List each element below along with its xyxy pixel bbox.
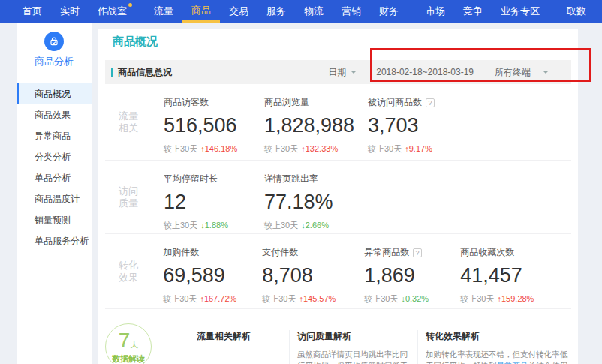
insight-divider (417, 330, 418, 364)
metric-label-text: 商品浏览量 (264, 96, 309, 109)
nav-item-商品[interactable]: 商品 (182, 0, 220, 23)
metric-card: 加购件数69,589较上30天↑167.72% (163, 234, 262, 308)
metric-label: 详情页跳出率 (264, 173, 368, 185)
sidebar-item-商品效果[interactable]: 商品效果 (17, 104, 92, 125)
nav-item-取数[interactable]: 取数 (558, 0, 595, 23)
metric-compare: 较上30天↑146.18% (164, 143, 264, 155)
metric-card: 商品收藏次数41,457较上30天↑159.28% (460, 234, 571, 308)
sidebar-item-销量预测[interactable]: 销量预测 (17, 209, 92, 230)
metric-card: 被访问商品数?3,703较上30天↑9.17% (368, 84, 465, 160)
insight-column: 流量相关解析 (197, 330, 279, 349)
metric-compare: 较上30天↑145.57% (262, 293, 364, 305)
nav-item-财务[interactable]: 财务 (370, 0, 408, 23)
insight-text: 虽然商品详情页日均跳出率比同行平均好，但平均停留时间低于同行平均，请关注页面指数… (297, 349, 411, 364)
delta-up: ↑159.28% (497, 294, 534, 303)
metric-value: 69,589 (163, 264, 262, 287)
date-type-dropdown[interactable]: 日期 (328, 66, 357, 79)
metric-card: 商品浏览量1,828,988较上30天↑132.33% (264, 84, 368, 160)
metric-compare: 较上30天↑159.28% (460, 293, 571, 305)
help-icon[interactable]: ? (426, 98, 435, 107)
metric-group-label: 流量相关 (105, 110, 164, 134)
nav-item-营销[interactable]: 营销 (333, 0, 370, 23)
metric-label-text: 被访问商品数 (368, 96, 422, 109)
metric-group-text: 访问质量 (119, 185, 138, 209)
nav-item-物流[interactable]: 物流 (295, 0, 333, 23)
nav-item-实时[interactable]: 实时 (51, 0, 89, 23)
metric-label-text: 商品访客数 (164, 96, 209, 109)
compare-label: 较上30天 (164, 221, 197, 230)
metric-label-text: 支付件数 (262, 246, 298, 259)
delta-up: ↑132.33% (301, 144, 338, 153)
date-type-label: 日期 (328, 66, 346, 79)
sidebar: 商品分析 商品概况商品效果异常商品分类分析单品分析商品温度计销量预测单品服务分析 (17, 23, 92, 364)
sidebar-item-异常商品[interactable]: 异常商品 (17, 125, 92, 146)
nav-item-学院[interactable]: 学院 (595, 0, 602, 23)
nav-item-作战室[interactable]: 作战室 (89, 0, 136, 23)
nav-item-交易[interactable]: 交易 (220, 0, 257, 23)
data-insight-badge: 7天 数据解读 (105, 323, 152, 364)
shopping-bag-icon (44, 32, 64, 51)
main-panel: 商品概况 商品信息总况 日期 2018-02-18~2018-03-19 所有终… (98, 29, 578, 364)
insight-divider (289, 330, 290, 364)
metric-compare: 较上30天↑132.33% (264, 143, 368, 155)
delta-up: ↑145.57% (299, 294, 336, 303)
delta-up: ↑146.18% (200, 144, 237, 153)
sidebar-item-单品服务分析[interactable]: 单品服务分析 (17, 230, 92, 251)
terminal-label: 所有终端 (495, 66, 531, 79)
metric-label: 商品访客数 (164, 96, 264, 109)
sidebar-item-商品概况[interactable]: 商品概况 (17, 83, 92, 104)
metrics-section: 流量相关商品访客数516,506较上30天↑146.18%商品浏览量1,828,… (105, 84, 571, 308)
metric-value: 3,703 (368, 114, 465, 137)
metric-row: 转化效果加购件数69,589较上30天↑167.72%支付件数8,708较上30… (105, 233, 571, 308)
top-nav: 首页实时作战室流量商品交易服务物流营销财务市场竞争业务专区取数学院 (0, 0, 602, 23)
section-accent-bar (111, 68, 113, 77)
metric-compare: 较上30天↓0.32% (364, 293, 460, 305)
metric-value: 1,869 (364, 264, 460, 287)
insight-link[interactable]: 异常商品 (497, 361, 528, 364)
insights-section: 7天 数据解读 流量相关解析访问质量解析虽然商品详情页日均跳出率比同行平均好，但… (105, 308, 571, 364)
nav-item-市场[interactable]: 市场 (417, 0, 454, 23)
sidebar-menu: 商品概况商品效果异常商品分类分析单品分析商品温度计销量预测单品服务分析 (17, 83, 92, 251)
delta-up: ↑9.17% (405, 144, 432, 153)
nav-item-首页[interactable]: 首页 (14, 0, 51, 23)
chevron-down-icon (351, 71, 357, 77)
metric-value: 8,708 (262, 264, 364, 287)
sidebar-item-单品分析[interactable]: 单品分析 (17, 167, 92, 188)
metric-card: 异常商品数?1,869较上30天↓0.32% (364, 234, 460, 308)
metric-row: 访问质量平均停留时长12较上30天↓1.88%详情页跳出率77.18%较上30天… (105, 160, 571, 233)
badge-days-number: 7 (119, 329, 131, 352)
metric-group-label: 转化效果 (105, 260, 163, 284)
metric-card: 商品访客数516,506较上30天↑146.18% (164, 84, 264, 160)
chevron-down-icon (543, 71, 549, 77)
metric-value: 12 (164, 191, 264, 214)
section-header-bar: 商品信息总况 日期 2018-02-18~2018-03-19 所有终端 (105, 60, 571, 84)
metric-compare: 较上30天↓2.66% (264, 220, 368, 231)
sidebar-item-商品温度计[interactable]: 商品温度计 (17, 188, 92, 209)
nav-item-竞争[interactable]: 竞争 (454, 0, 492, 23)
nav-item-业务专区[interactable]: 业务专区 (492, 0, 549, 23)
compare-label: 较上30天 (368, 144, 402, 153)
help-icon[interactable]: ? (413, 248, 422, 257)
filter-bar: 日期 2018-02-18~2018-03-19 所有终端 (328, 66, 549, 79)
insight-column: 访问质量解析虽然商品详情页日均跳出率比同行平均好，但平均停留时间低于同行平均，请… (297, 330, 411, 364)
metric-label: 支付件数 (262, 246, 364, 259)
metric-label: 商品浏览量 (264, 96, 368, 109)
metric-group-text: 流量相关 (119, 110, 138, 134)
insight-title: 访问质量解析 (297, 330, 411, 343)
delta-down: ↓2.66% (301, 221, 329, 230)
metric-value: 77.18% (264, 191, 368, 214)
compare-label: 较上30天 (164, 144, 197, 153)
nav-item-流量[interactable]: 流量 (145, 0, 182, 23)
metric-compare: 较上30天↑167.72% (163, 293, 262, 305)
notification-dot-icon (128, 3, 132, 7)
metric-value: 1,828,988 (264, 114, 368, 137)
metric-label-text: 加购件数 (163, 246, 199, 259)
sidebar-item-分类分析[interactable]: 分类分析 (17, 146, 92, 167)
metric-label: 平均停留时长 (164, 173, 264, 185)
insight-text-segment: 并结合使用 (528, 361, 568, 364)
insight-title: 转化效果解析 (426, 330, 573, 343)
insight-text: 加购转化率表现还不错，但支付转化率低于同行平均，赶快到异常商品并结合使用商品温度… (426, 349, 573, 364)
terminal-dropdown[interactable]: 所有终端 (495, 66, 549, 79)
date-range-picker[interactable]: 2018-02-18~2018-03-19 (376, 67, 474, 77)
nav-item-服务[interactable]: 服务 (257, 0, 295, 23)
